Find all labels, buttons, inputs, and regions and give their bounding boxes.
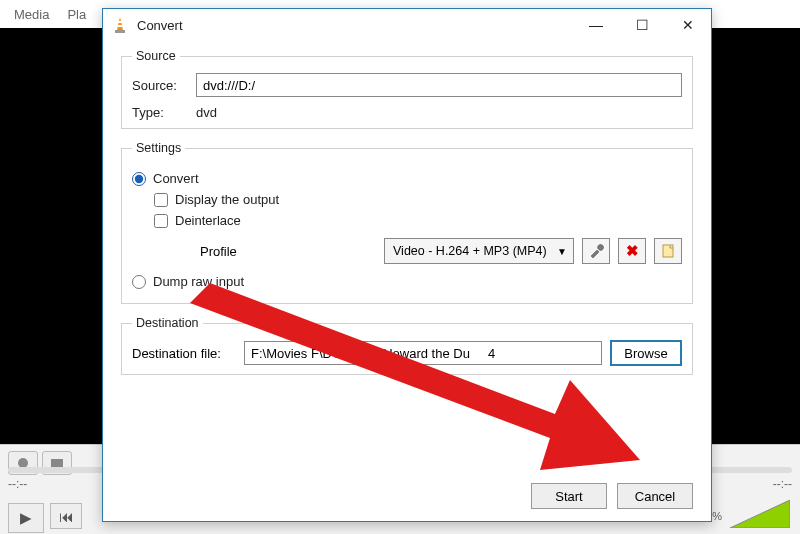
- destination-group: Destination Destination file: Browse: [121, 316, 693, 375]
- display-output-label: Display the output: [175, 192, 279, 207]
- cancel-button[interactable]: Cancel: [617, 483, 693, 509]
- volume-slider[interactable]: [730, 500, 790, 528]
- deinterlace-label: Deinterlace: [175, 213, 241, 228]
- delete-profile-button[interactable]: ✖: [618, 238, 646, 264]
- source-input[interactable]: [196, 73, 682, 97]
- profile-combo[interactable]: Video - H.264 + MP3 (MP4) ▼: [384, 238, 574, 264]
- svg-marker-2: [117, 17, 123, 30]
- time-elapsed: --:--: [8, 477, 27, 491]
- titlebar: Convert — ☐ ✕: [103, 9, 711, 41]
- source-legend: Source: [132, 49, 180, 63]
- wrench-icon: [588, 243, 604, 259]
- vlc-icon: [111, 16, 129, 34]
- dump-raw-radio[interactable]: [132, 275, 146, 289]
- settings-legend: Settings: [132, 141, 185, 155]
- dump-raw-row[interactable]: Dump raw input: [132, 274, 682, 289]
- start-button[interactable]: Start: [531, 483, 607, 509]
- edit-profile-button[interactable]: [582, 238, 610, 264]
- source-group: Source Source: Type: dvd: [121, 49, 693, 129]
- svg-rect-6: [663, 245, 673, 257]
- profile-label: Profile: [200, 244, 256, 259]
- time-total: --:--: [773, 477, 792, 491]
- svg-rect-4: [117, 25, 122, 27]
- source-label: Source:: [132, 78, 188, 93]
- maximize-button[interactable]: ☐: [619, 9, 665, 41]
- dump-raw-label: Dump raw input: [153, 274, 244, 289]
- display-output-row[interactable]: Display the output: [154, 192, 682, 207]
- delete-icon: ✖: [626, 242, 639, 260]
- close-button[interactable]: ✕: [665, 9, 711, 41]
- settings-group: Settings Convert Display the output Dein…: [121, 141, 693, 304]
- display-output-checkbox[interactable]: [154, 193, 168, 207]
- deinterlace-row[interactable]: Deinterlace: [154, 213, 682, 228]
- minimize-button[interactable]: —: [573, 9, 619, 41]
- new-file-icon: [660, 243, 676, 259]
- menu-media[interactable]: Media: [14, 7, 49, 22]
- prev-button[interactable]: ⏮: [50, 503, 82, 529]
- browse-button[interactable]: Browse: [610, 340, 682, 366]
- dialog-title: Convert: [137, 18, 573, 33]
- convert-radio-label: Convert: [153, 171, 199, 186]
- type-value: dvd: [196, 105, 217, 120]
- deinterlace-checkbox[interactable]: [154, 214, 168, 228]
- svg-rect-5: [115, 30, 125, 33]
- convert-radio[interactable]: [132, 172, 146, 186]
- new-profile-button[interactable]: [654, 238, 682, 264]
- profile-value: Video - H.264 + MP3 (MP4): [393, 244, 547, 258]
- destination-legend: Destination: [132, 316, 203, 330]
- play-button[interactable]: ▶: [8, 503, 44, 533]
- chevron-down-icon: ▼: [557, 246, 567, 257]
- destination-file-label: Destination file:: [132, 346, 236, 361]
- convert-dialog: Convert — ☐ ✕ Source Source: Type: dvd S…: [102, 8, 712, 522]
- type-label: Type:: [132, 105, 188, 120]
- menu-playback[interactable]: Pla: [67, 7, 86, 22]
- convert-radio-row[interactable]: Convert: [132, 171, 682, 186]
- svg-rect-3: [118, 21, 122, 23]
- destination-file-input[interactable]: [244, 341, 602, 365]
